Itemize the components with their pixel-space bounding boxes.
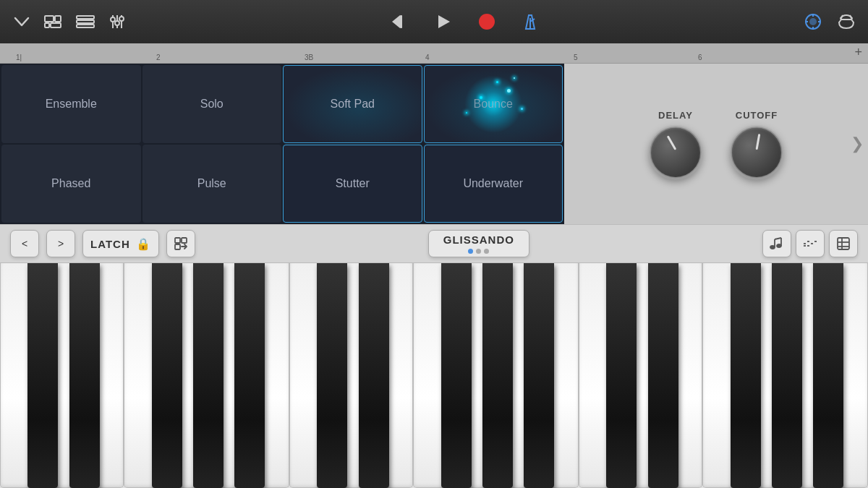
black-key-fs4[interactable]: [441, 263, 472, 488]
black-key-gs4[interactable]: [482, 263, 513, 488]
pad-solo[interactable]: Solo: [142, 65, 282, 143]
tracks-icon[interactable]: [41, 9, 67, 35]
metronome-button[interactable]: [514, 6, 546, 38]
svg-rect-31: [182, 238, 187, 243]
record-button[interactable]: [471, 6, 503, 38]
ruler-mark-3b: 3B: [305, 53, 313, 61]
arrange-icon[interactable]: [72, 9, 98, 35]
ruler-mark-5: 5: [574, 53, 578, 61]
svg-point-10: [111, 17, 115, 22]
particle-1: [496, 81, 498, 83]
particle-6: [514, 77, 515, 79]
pad-pulse[interactable]: Pulse: [142, 145, 282, 223]
flip-button[interactable]: [166, 230, 195, 257]
particle-5: [466, 112, 467, 114]
pad-grid: Ensemble Solo Soft Pad Bounce Phased Pul…: [0, 64, 564, 224]
ruler-mark-2: 2: [156, 53, 161, 61]
glissando-dot-3: [484, 249, 489, 254]
smart-controls-icon[interactable]: [800, 9, 826, 35]
knob-section: DELAY CUTOFF: [650, 110, 783, 179]
glissando-dot-1: [468, 249, 473, 254]
cutoff-knob[interactable]: [731, 127, 783, 179]
prev-octave-button[interactable]: <: [10, 230, 39, 257]
pad-stutter[interactable]: Stutter: [283, 145, 422, 223]
black-key-gs5[interactable]: [772, 263, 802, 488]
toolbar-right: [800, 9, 859, 35]
cutoff-label: CUTOFF: [736, 110, 778, 121]
pad-bounce[interactable]: Bounce: [424, 65, 563, 143]
cutoff-knob-group: CUTOFF: [731, 110, 783, 179]
glissando-button[interactable]: GLISSANDO: [428, 230, 529, 257]
svg-rect-1: [55, 16, 61, 22]
svg-point-12: [119, 17, 124, 21]
glissando-dots: [468, 249, 489, 254]
svg-rect-14: [400, 15, 402, 28]
black-key-as5[interactable]: [813, 263, 843, 488]
toolbar: [0, 0, 868, 43]
particle-4: [521, 108, 523, 110]
rewind-button[interactable]: [384, 6, 416, 38]
svg-line-37: [775, 238, 781, 239]
play-button[interactable]: [427, 6, 459, 38]
pad-underwater[interactable]: Underwater: [424, 145, 563, 223]
glissando-dot-2: [476, 249, 481, 254]
latch-button[interactable]: LATCH 🔒: [82, 230, 159, 257]
chord-button[interactable]: [829, 230, 858, 257]
mixer-icon[interactable]: [104, 9, 130, 35]
note-mode-button[interactable]: [762, 230, 791, 257]
svg-rect-6: [77, 25, 94, 27]
ruler-mark-1: 1|: [16, 53, 22, 61]
pad-ensemble[interactable]: Ensemble: [1, 65, 141, 143]
main-area: Ensemble Solo Soft Pad Bounce Phased Pul…: [0, 64, 868, 224]
black-key-ds3[interactable]: [69, 263, 100, 488]
svg-marker-13: [392, 15, 400, 28]
svg-rect-3: [51, 23, 61, 27]
svg-point-11: [115, 21, 119, 25]
piano-keyboard[interactable]: [0, 263, 868, 488]
piano-container: [0, 263, 868, 488]
particle-2: [507, 89, 511, 93]
svg-rect-5: [77, 20, 94, 23]
black-key-fs5[interactable]: [731, 263, 761, 488]
black-key-as3[interactable]: [234, 263, 265, 488]
svg-marker-15: [438, 15, 450, 28]
ruler: 1| 2 3B 4 5 6 +: [0, 43, 868, 64]
svg-rect-0: [45, 16, 54, 22]
svg-rect-4: [77, 16, 94, 19]
pad-soft-pad[interactable]: Soft Pad: [283, 65, 422, 143]
svg-rect-2: [45, 23, 49, 27]
keyboard-controls-bar: < > LATCH 🔒 GLISSANDO: [0, 224, 868, 263]
arp-button[interactable]: [796, 230, 825, 257]
delay-label: DELAY: [658, 110, 693, 121]
record-dot: [479, 14, 495, 30]
ruler-mark-4: 4: [425, 53, 430, 61]
lock-icon: 🔒: [136, 237, 151, 251]
pad-phased[interactable]: Phased: [1, 145, 141, 223]
svg-rect-32: [175, 244, 180, 249]
kb-right-group: [762, 230, 858, 257]
black-key-ds4[interactable]: [359, 263, 389, 488]
black-key-cs3[interactable]: [27, 263, 58, 488]
expand-arrow[interactable]: ❯: [851, 134, 864, 153]
black-key-as4[interactable]: [524, 263, 554, 488]
svg-rect-44: [838, 238, 849, 249]
delay-knob[interactable]: [650, 127, 702, 179]
svg-point-34: [777, 244, 781, 247]
svg-point-33: [770, 246, 775, 249]
black-key-ds5[interactable]: [648, 263, 678, 488]
black-key-cs4[interactable]: [317, 263, 347, 488]
right-controls: DELAY CUTOFF ❯: [564, 64, 868, 224]
black-key-gs3[interactable]: [193, 263, 224, 488]
svg-rect-30: [175, 238, 180, 243]
next-octave-button[interactable]: >: [46, 230, 75, 257]
svg-line-27: [839, 20, 841, 22]
ruler-mark-6: 6: [698, 53, 702, 61]
transport-controls: [136, 6, 794, 38]
black-key-cs5[interactable]: [606, 263, 637, 488]
black-key-fs3[interactable]: [152, 263, 182, 488]
svg-point-20: [809, 18, 817, 25]
dropdown-icon[interactable]: [9, 9, 35, 35]
settings-icon[interactable]: [833, 9, 859, 35]
add-track-button[interactable]: +: [854, 45, 862, 60]
delay-knob-group: DELAY: [650, 110, 702, 179]
